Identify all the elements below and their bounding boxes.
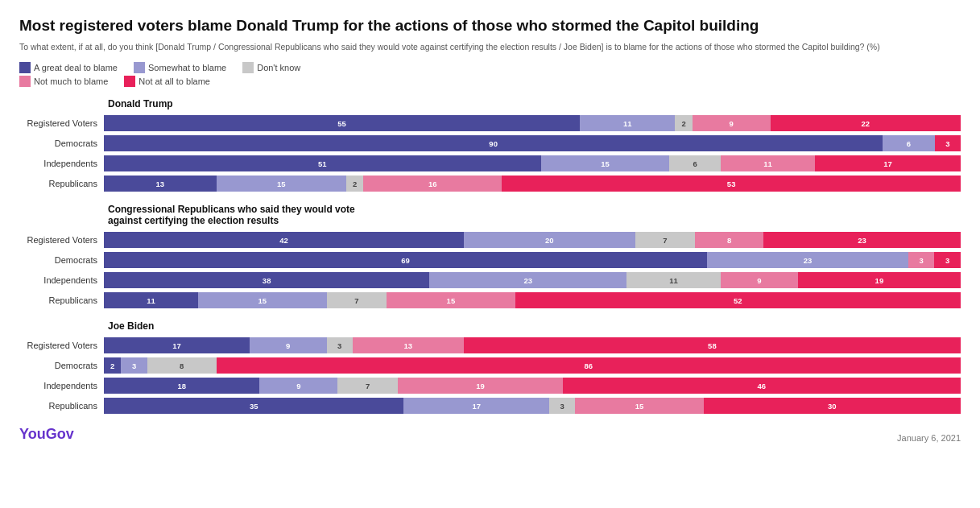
row-label: Republicans xyxy=(19,401,104,411)
legend-item: Don't know xyxy=(242,62,300,73)
row-label: Independents xyxy=(19,159,104,168)
bar-segment-hot-pink: 52 xyxy=(515,292,961,308)
chart-subtitle: To what extent, if at all, do you think … xyxy=(19,41,961,53)
bar-segment-hot-pink: 53 xyxy=(502,176,961,192)
bar-segment-hot-pink: 23 xyxy=(763,232,961,248)
bar-segment-hot-pink: 46 xyxy=(563,378,961,394)
section-1: Congressional Republicans who said they … xyxy=(19,204,961,309)
bar-segment-pink: 8 xyxy=(695,232,763,248)
bar-segment-dark-purple: 38 xyxy=(104,272,429,288)
bar-segment-dark-purple: 13 xyxy=(104,176,217,192)
row-label: Republicans xyxy=(19,295,104,305)
chart-row: Registered Voters42207823 xyxy=(19,231,961,249)
bar-segment-dark-purple: 11 xyxy=(104,292,198,308)
bar-segment-pink: 16 xyxy=(363,176,502,192)
bar-segment-hot-pink: 58 xyxy=(464,337,961,353)
row-label: Independents xyxy=(19,381,104,390)
row-label: Independents xyxy=(19,275,104,285)
row-label: Republicans xyxy=(19,179,104,188)
bar-segment-gray: 3 xyxy=(549,398,575,414)
bar-segment-dark-purple: 51 xyxy=(104,155,541,171)
bar-segment-pink: 15 xyxy=(387,292,515,308)
bar-segment-dark-purple: 42 xyxy=(104,232,464,248)
bar-container: 511561117 xyxy=(104,155,961,171)
legend-item: Somewhat to blame xyxy=(134,62,226,73)
bar-segment-hot-pink: 3 xyxy=(935,135,961,151)
bar-segment-light-purple: 9 xyxy=(259,378,337,394)
chart-row: Independents18971946 xyxy=(19,377,961,394)
date-label: January 6, 2021 xyxy=(897,433,961,443)
bar-segment-light-purple: 15 xyxy=(198,292,327,308)
bar-container: 42207823 xyxy=(104,232,961,248)
bar-segment-hot-pink: 3 xyxy=(934,252,961,268)
bar-container: 23886 xyxy=(104,357,961,374)
chart-row: Independents511561117 xyxy=(19,155,961,172)
bar-segment-hot-pink: 30 xyxy=(704,398,961,414)
bar-segment-hot-pink: 19 xyxy=(798,272,961,288)
bar-segment-pink: 11 xyxy=(721,155,815,171)
section-2: Joe BidenRegistered Voters17931358Democr… xyxy=(19,320,961,415)
bar-segment-dark-purple: 55 xyxy=(104,115,580,131)
row-label: Registered Voters xyxy=(19,235,104,245)
bar-segment-light-purple: 3 xyxy=(121,357,147,374)
bar-container: 18971946 xyxy=(104,378,961,394)
bar-segment-gray: 3 xyxy=(327,337,353,353)
bar-segment-hot-pink: 86 xyxy=(217,357,961,374)
row-label: Democrats xyxy=(19,138,104,148)
chart-row: Registered Voters55112922 xyxy=(19,114,961,132)
legend-item: A great deal to blame xyxy=(19,62,118,73)
footer: YouGov January 6, 2021 xyxy=(19,426,961,443)
legend-item: Not much to blame xyxy=(19,76,108,87)
row-label: Registered Voters xyxy=(19,118,104,128)
bar-segment-light-purple: 15 xyxy=(217,176,346,192)
bar-segment-light-purple: 11 xyxy=(580,115,675,131)
section-0: Donald TrumpRegistered Voters55112922Dem… xyxy=(19,98,961,192)
bar-segment-gray: 2 xyxy=(675,115,692,131)
bar-segment-light-purple: 6 xyxy=(883,135,934,151)
chart-row: Republicans111571552 xyxy=(19,291,961,309)
bar-segment-pink: 9 xyxy=(721,272,798,288)
chart-row: Democrats9063 xyxy=(19,134,961,152)
bar-segment-gray: 2 xyxy=(346,176,363,192)
bar-container: 9063 xyxy=(104,135,961,151)
chart-row: Democrats23886 xyxy=(19,357,961,374)
chart-row: Independents382311919 xyxy=(19,271,961,289)
section-title-0: Donald Trump xyxy=(19,98,961,109)
bar-segment-gray: 7 xyxy=(337,378,398,394)
bar-container: 17931358 xyxy=(104,337,961,353)
section-title-1: Congressional Republicans who said they … xyxy=(19,204,961,226)
section-title-2: Joe Biden xyxy=(19,320,961,332)
legend-item: Not at all to blame xyxy=(124,76,210,87)
row-label: Registered Voters xyxy=(19,341,104,350)
bar-segment-light-purple: 20 xyxy=(464,232,635,248)
bar-segment-hot-pink: 17 xyxy=(815,155,961,171)
row-label: Democrats xyxy=(19,255,104,265)
chart-row: Registered Voters17931358 xyxy=(19,337,961,354)
chart-row: Republicans131521653 xyxy=(19,175,961,192)
chart-row: Democrats692333 xyxy=(19,251,961,269)
bar-segment-pink: 13 xyxy=(353,337,464,353)
bar-segment-light-purple: 23 xyxy=(707,252,908,268)
bar-segment-gray: 8 xyxy=(147,357,217,374)
bar-segment-pink: 9 xyxy=(693,115,771,131)
bar-segment-dark-purple: 17 xyxy=(104,337,250,353)
bar-segment-gray: 7 xyxy=(327,292,387,308)
bar-container: 111571552 xyxy=(104,292,961,308)
bar-segment-light-purple: 23 xyxy=(429,272,626,288)
bar-container: 692333 xyxy=(104,252,961,268)
bar-segment-dark-purple: 35 xyxy=(104,398,403,414)
chart-row: Republicans351731530 xyxy=(19,397,961,415)
bar-segment-light-purple: 9 xyxy=(250,337,327,353)
bar-segment-dark-purple: 2 xyxy=(104,357,121,374)
chart-title: Most registered voters blame Donald Trum… xyxy=(19,16,961,36)
bar-segment-gray: 6 xyxy=(669,155,721,171)
bar-segment-pink: 19 xyxy=(398,378,562,394)
bar-segment-light-purple: 17 xyxy=(403,398,549,414)
bar-segment-dark-purple: 90 xyxy=(104,135,883,151)
bar-container: 131521653 xyxy=(104,176,961,192)
bar-segment-gray: 11 xyxy=(626,272,721,288)
brand-logo: YouGov xyxy=(19,426,74,443)
bar-container: 351731530 xyxy=(104,398,961,414)
bar-segment-light-purple: 15 xyxy=(541,155,670,171)
bar-segment-pink: 3 xyxy=(908,252,935,268)
